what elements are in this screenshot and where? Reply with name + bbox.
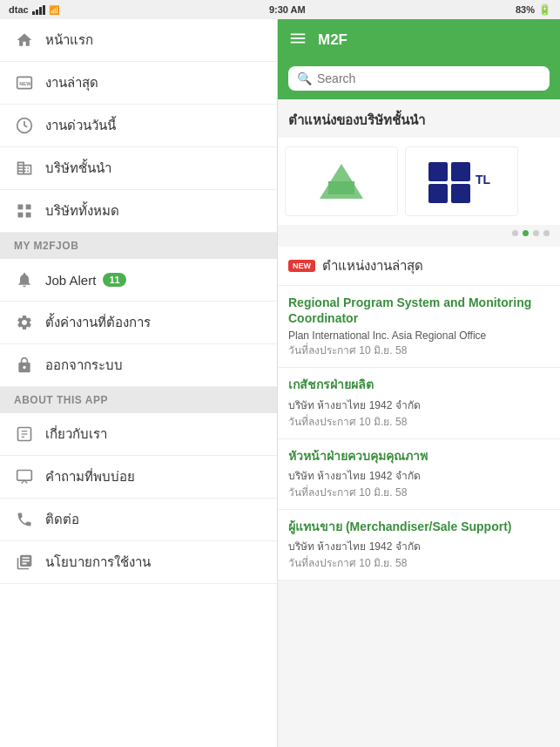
sidebar-item-logout[interactable]: ออกจากระบบ (0, 344, 277, 387)
top-companies-label: บริษัทชั้นนำ (45, 158, 111, 179)
home-label: หน้าแรก (45, 30, 93, 51)
policy-label: นโยบายการใช้งาน (45, 552, 151, 573)
sidebar-item-latest[interactable]: NEW งานล่าสุด (0, 62, 277, 105)
lock2-icon (14, 355, 35, 376)
status-right: 83% 🔋 (516, 3, 551, 16)
company-section-title: ตำแหน่งของบริษัทชั้นนำ (278, 99, 560, 138)
job-date-2: วันที่ลงประกาศ 10 มิ.ย. 58 (288, 413, 550, 430)
job-item-4[interactable]: ผู้แทนขาย (Merchandiser/Sale Support) บร… (278, 510, 560, 581)
top-bar: M2F (278, 19, 560, 61)
svg-text:TL: TL (476, 173, 491, 187)
contact-label: ติดต่อ (45, 509, 79, 530)
svg-rect-16 (428, 184, 448, 203)
dot-2 (523, 230, 529, 236)
jobs-section: NEW ตำแหน่งงานล่าสุด Regional Program Sy… (278, 247, 560, 581)
job-company-3: บริษัท ห้างยาไทย 1942 จำกัด (288, 467, 550, 484)
hamburger-button[interactable] (288, 29, 307, 52)
alert-icon (14, 269, 35, 290)
dot-3 (533, 230, 539, 236)
company-card-1[interactable] (285, 146, 398, 216)
job-company-1: Plan International Inc. Asia Regional Of… (288, 329, 550, 342)
job-title-1: Regional Program System and Monitoring C… (288, 295, 550, 326)
main-scroll[interactable]: ตำแหน่งของบริษัทชั้นนำ (278, 99, 560, 747)
faq-label: คำถามที่พบบ่อย (45, 466, 135, 487)
dot-1 (512, 230, 518, 236)
svg-rect-3 (18, 205, 24, 210)
job-company-4: บริษัท ห้างยาไทย 1942 จำกัด (288, 538, 550, 554)
settings-label: ตั้งค่างานที่ต้องการ (45, 312, 151, 333)
svg-rect-11 (17, 471, 32, 481)
signal-bars (32, 5, 45, 15)
my-section-header: MY M2FJOB (0, 233, 277, 259)
home-icon (14, 30, 35, 51)
gear-icon (14, 312, 35, 333)
all-companies-icon (14, 200, 35, 221)
sidebar-item-home[interactable]: หน้าแรก (0, 19, 277, 62)
svg-rect-17 (451, 184, 470, 203)
sidebar-item-about-us[interactable]: เกี่ยวกับเรา (0, 413, 277, 456)
job-item-2[interactable]: เกสัชกรฝ่ายผลิต บริษัท ห้างยาไทย 1942 จำ… (278, 368, 560, 438)
job-date-4: วันที่ลงประกาศ 10 มิ.ย. 58 (288, 554, 550, 571)
job-item-1[interactable]: Regional Program System and Monitoring C… (278, 286, 560, 368)
svg-rect-15 (451, 162, 470, 181)
job-date-1: วันที่ลงประกาศ 10 มิ.ย. 58 (288, 342, 550, 358)
svg-rect-5 (18, 213, 24, 218)
jobs-header-title: ตำแหน่งงานล่าสุด (322, 255, 423, 276)
sidebar-item-policy[interactable]: นโยบายการใช้งาน (0, 541, 277, 584)
new-badge: NEW (288, 260, 315, 272)
battery-icon: 🔋 (538, 3, 551, 16)
company-strip: TL (278, 138, 560, 225)
company-icon (14, 158, 35, 179)
job-alert-label: Job Alert (45, 273, 96, 288)
sidebar-item-job-alert[interactable]: Job Alert 11 (0, 259, 277, 302)
faq-icon (14, 466, 35, 487)
all-companies-label: บริษัททั้งหมด (45, 200, 119, 221)
search-bar-container: 🔍 (278, 61, 560, 99)
sidebar-item-faq[interactable]: คำถามที่พบบ่อย (0, 456, 277, 499)
search-inner[interactable]: 🔍 (288, 66, 550, 91)
sidebar-item-top-companies[interactable]: บริษัทชั้นนำ (0, 147, 277, 190)
policy-icon (14, 552, 35, 573)
job-item-3[interactable]: หัวหน้าฝ่ายควบคุมคุณภาพ บริษัท ห้างยาไทย… (278, 439, 560, 510)
sidebar: หน้าแรก NEW งานล่าสุด งานด่วนวันนี้ บริษ… (0, 19, 278, 747)
status-bar: dtac 📶 9:30 AM 83% 🔋 (0, 0, 560, 19)
about-us-label: เกี่ยวกับเรา (45, 424, 107, 445)
job-title-2: เกสัชกรฝ่ายผลิต (288, 377, 550, 392)
time-display: 9:30 AM (269, 4, 306, 15)
jobs-header: NEW ตำแหน่งงานล่าสุด (278, 247, 560, 286)
logout-label: ออกจากระบบ (45, 355, 123, 376)
right-panel: M2F 🔍 ตำแหน่งของบริษัทชั้นนำ (278, 19, 560, 747)
app-body: หน้าแรก NEW งานล่าสุด งานด่วนวันนี้ บริษ… (0, 19, 560, 747)
svg-rect-14 (428, 162, 448, 181)
svg-text:NEW: NEW (19, 81, 31, 86)
svg-rect-4 (26, 205, 31, 210)
job-title-4: ผู้แทนขาย (Merchandiser/Sale Support) (288, 519, 550, 534)
search-icon: 🔍 (297, 71, 312, 85)
urgent-label: งานด่วนวันนี้ (45, 115, 116, 136)
svg-rect-6 (26, 213, 31, 218)
job-company-2: บริษัท ห้างยาไทย 1942 จำกัด (288, 397, 550, 413)
latest-label: งานล่าสุด (45, 72, 98, 93)
app-title: M2F (318, 31, 347, 49)
dot-4 (543, 230, 550, 236)
sidebar-item-all-companies[interactable]: บริษัททั้งหมด (0, 190, 277, 233)
carrier-label: dtac (9, 4, 29, 15)
job-title-3: หัวหน้าฝ่ายควบคุมคุณภาพ (288, 448, 550, 464)
job-date-3: วันที่ลงประกาศ 10 มิ.ย. 58 (288, 484, 550, 500)
new-badge-icon: NEW (14, 72, 35, 93)
contact-icon (14, 509, 35, 530)
wifi-icon: 📶 (49, 5, 59, 15)
company-card-2[interactable]: TL (405, 146, 518, 216)
svg-rect-13 (328, 181, 354, 194)
battery-label: 83% (516, 4, 535, 15)
sidebar-item-contact[interactable]: ติดต่อ (0, 499, 277, 541)
job-alert-badge: 11 (103, 273, 125, 287)
sidebar-item-urgent[interactable]: งานด่วนวันนี้ (0, 105, 277, 147)
pagination-dots (278, 225, 560, 241)
urgent-icon (14, 115, 35, 136)
about-icon (14, 424, 35, 445)
status-left: dtac 📶 (9, 4, 59, 15)
about-section-header: ABOUT THIS APP (0, 387, 277, 413)
sidebar-item-settings[interactable]: ตั้งค่างานที่ต้องการ (0, 302, 277, 344)
search-input[interactable] (317, 71, 541, 85)
